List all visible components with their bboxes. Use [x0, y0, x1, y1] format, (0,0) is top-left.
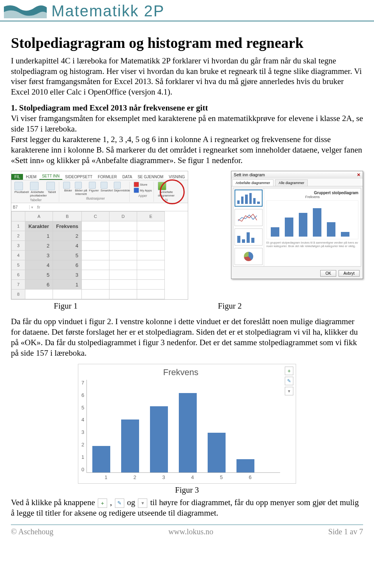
chart-thumb-bar2[interactable]	[235, 228, 263, 246]
excel-tab-sideoppsett[interactable]: SIDEOPPSETT	[62, 174, 95, 180]
col-D[interactable]: D	[109, 212, 137, 221]
excel-sheet[interactable]: A B C D E 1KarakterFrekvens 212 324 435 …	[11, 211, 165, 299]
dropdown-icon[interactable]: ▾	[30, 205, 35, 209]
recommended-charts-icon[interactable]	[158, 182, 166, 190]
bar	[121, 419, 139, 472]
excel-tab-segjennom[interactable]: SE GJENNOM	[135, 174, 166, 180]
logo-mark	[4, 4, 47, 18]
figure3-label: Figur 3	[11, 485, 363, 495]
bar	[92, 446, 110, 472]
dialog-title: Sett inn diagram	[234, 172, 265, 177]
figure2-insert-chart-dialog: Sett inn diagram ✕ Anbefalte diagrammer …	[231, 171, 363, 279]
section1-heading: 1. Stolpediagram med Excel 2013 når frek…	[11, 103, 208, 112]
col-C[interactable]: C	[82, 212, 109, 221]
x-axis: 123456	[81, 473, 280, 480]
inline-filter-icon	[138, 498, 147, 508]
dialog-tab-all[interactable]: Alle diagrammer	[275, 179, 308, 186]
site-title: Matematikk 2P	[51, 2, 165, 20]
shapes-icon[interactable]	[89, 182, 96, 189]
ribbon-group-illustrasjoner: Illustrasjoner	[86, 197, 105, 200]
col-A[interactable]: A	[25, 212, 53, 221]
ribbon-group-di: Di	[165, 198, 168, 202]
section1-p1: Vi viser framgangsmåten for eksemplet me…	[11, 114, 363, 133]
dialog-tab-recommended[interactable]: Anbefalte diagrammer	[232, 179, 274, 186]
preview-series-label: Frekvens	[266, 195, 358, 199]
section1-p2: Først legger du karakterene 1, 2, 3 ,4, …	[11, 134, 363, 166]
paragraph-after-figs: Da får du opp vinduet i figur 2. I venst…	[11, 316, 363, 358]
y-axis: 01234567	[81, 380, 86, 472]
pictures-icon[interactable]	[63, 182, 70, 189]
ribbon-group-tabeller: Tabeller	[30, 198, 42, 202]
bar	[150, 406, 168, 472]
online-pictures-icon[interactable]	[75, 182, 82, 189]
excel-tab-hjem[interactable]: HJEM	[23, 174, 39, 180]
footer-center: www.lokus.no	[168, 527, 213, 536]
screenshot-icon[interactable]	[114, 182, 121, 189]
excel-tab-formler[interactable]: FORMLER	[95, 174, 120, 180]
smartart-icon[interactable]	[101, 182, 108, 189]
footer-left: © Aschehoug	[11, 527, 53, 536]
chart-brush-icon[interactable]: ✎	[285, 377, 293, 385]
excel-tab-settinn[interactable]: SETT INN	[39, 173, 62, 180]
bars-area	[86, 380, 280, 473]
figure1-excel-window: FIL HJEM SETT INN SIDEOPPSETT FORMLER DA…	[11, 171, 188, 300]
chart-plus-icon[interactable]: +	[285, 367, 293, 375]
footer-right: Side 1 av 7	[328, 527, 363, 536]
close-icon[interactable]: ✕	[357, 172, 360, 177]
excel-tab-visning[interactable]: VISNING	[166, 174, 187, 180]
store-icon[interactable]	[134, 182, 139, 187]
excel-tab-data[interactable]: DATA	[120, 174, 135, 180]
final-paragraph: Ved å klikke på knappene + , og til høyr…	[11, 497, 363, 518]
page-footer: © Aschehoug www.lokus.no Side 1 av 7	[11, 525, 363, 543]
pivottable-icon[interactable]	[14, 182, 23, 190]
col-E[interactable]: E	[137, 212, 165, 221]
figure1-label: Figur 1	[54, 301, 78, 311]
intro-paragraph: I underkapittel 4C i læreboka for Matema…	[11, 56, 363, 98]
rec-pivot-icon[interactable]	[30, 182, 39, 190]
table-icon[interactable]	[46, 182, 55, 190]
col-B[interactable]: B	[53, 212, 82, 221]
ribbon-group-apper: Apper	[138, 194, 147, 198]
preview-description: Et gruppert stolpediagram brukes til å s…	[266, 241, 358, 248]
cancel-button[interactable]: Avbryt	[339, 270, 360, 277]
page-title: Stolpediagragram og histogram med regnea…	[11, 35, 363, 52]
ok-button[interactable]: OK	[320, 270, 336, 277]
chart-thumb-bar[interactable]	[235, 190, 263, 207]
bar	[179, 393, 197, 472]
excel-file-tab[interactable]: FIL	[11, 174, 23, 180]
bar	[236, 459, 254, 472]
site-header: Matematikk 2P	[0, 0, 374, 21]
preview-chart	[266, 200, 358, 239]
figure3-bar-chart: + ✎ ▾ Frekvens 01234567 123456	[78, 364, 296, 484]
myapps-icon[interactable]	[134, 188, 139, 193]
inline-plus-icon: +	[98, 498, 107, 508]
inline-brush-icon	[115, 498, 124, 508]
figure2-label: Figur 2	[218, 301, 242, 311]
chart-title: Frekvens	[81, 367, 280, 377]
bar	[208, 433, 226, 472]
preview-title: Gruppert stolpediagram	[266, 191, 358, 195]
chart-thumb-pie[interactable]	[235, 248, 263, 265]
excel-namebox[interactable]: B7	[11, 205, 30, 209]
chart-filter-icon[interactable]: ▾	[285, 387, 293, 395]
chart-thumb-lines[interactable]	[235, 209, 263, 226]
fx-icon[interactable]: fx	[35, 205, 42, 209]
